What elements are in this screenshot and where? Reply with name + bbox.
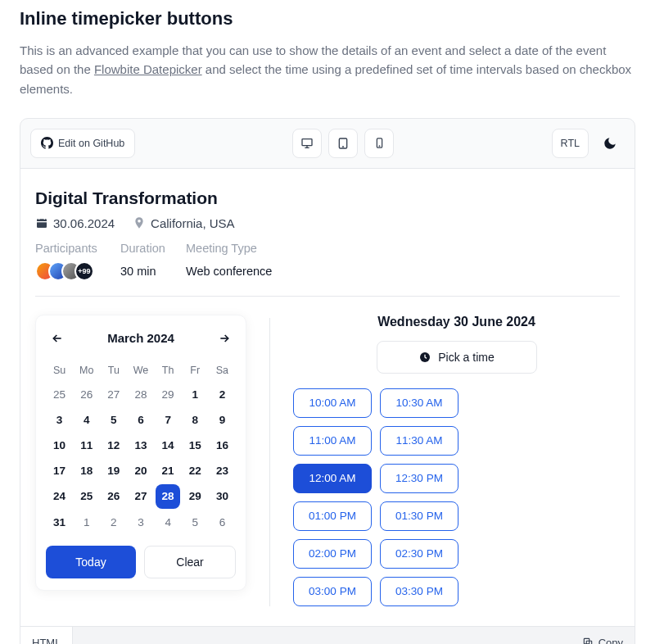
calendar-day[interactable]: 31 — [46, 510, 73, 534]
calendar-day[interactable]: 14 — [155, 433, 182, 457]
tablet-icon — [337, 137, 350, 150]
calendar-dow: Fr — [182, 360, 209, 381]
calendar-day[interactable]: 11 — [73, 433, 100, 457]
calendar-day[interactable]: 20 — [127, 459, 154, 483]
meta-headers: Participants Duration Meeting Type — [35, 242, 620, 255]
pick-time-label: Pick a time — [438, 351, 494, 364]
calendar-day[interactable]: 18 — [73, 459, 100, 483]
calendar-day[interactable]: 12 — [100, 433, 127, 457]
time-slot[interactable]: 10:30 AM — [380, 388, 458, 418]
time-slot[interactable]: 11:30 AM — [380, 426, 458, 456]
calendar-day[interactable]: 3 — [46, 408, 73, 432]
time-slot[interactable]: 02:30 PM — [380, 539, 458, 569]
meeting-type-header: Meeting Type — [186, 242, 257, 255]
calendar-day[interactable]: 30 — [209, 484, 236, 509]
calendar-day[interactable]: 17 — [46, 459, 73, 483]
calendar-day[interactable]: 28 — [127, 383, 154, 406]
calendar-day[interactable]: 7 — [155, 408, 182, 432]
calendar-day[interactable]: 26 — [100, 484, 127, 509]
code-tab-html[interactable]: HTML — [20, 627, 73, 644]
meta-values: +99 30 min Web conference — [35, 261, 620, 281]
calendar-day[interactable]: 5 — [100, 408, 127, 432]
participants-avatars: +99 — [35, 261, 104, 281]
section-intro: This is an advanced example that you can… — [20, 41, 635, 98]
calendar-day[interactable]: 6 — [127, 408, 154, 432]
calendar-day[interactable]: 15 — [182, 433, 209, 457]
time-slot[interactable]: 03:00 PM — [293, 577, 372, 606]
calendar-day[interactable]: 25 — [73, 484, 100, 509]
time-slot[interactable]: 01:00 PM — [293, 501, 372, 531]
svg-point-6 — [379, 146, 380, 147]
copy-icon — [582, 637, 594, 644]
time-slot[interactable]: 03:30 PM — [380, 577, 458, 606]
avatar-more-badge[interactable]: +99 — [75, 261, 94, 281]
mobile-preview-button[interactable] — [364, 129, 394, 158]
calendar: March 2024 SuMoTuWeThFrSa252627282912345… — [35, 315, 246, 591]
calendar-day[interactable]: 22 — [182, 459, 209, 483]
calendar-prev-button[interactable] — [46, 327, 69, 350]
calendar-today-button[interactable]: Today — [46, 546, 136, 578]
calendar-day[interactable]: 29 — [155, 383, 182, 406]
pick-time-button[interactable]: Pick a time — [377, 341, 537, 374]
calendar-day[interactable]: 13 — [127, 433, 154, 457]
calendar-day[interactable]: 27 — [127, 484, 154, 509]
duration-value: 30 min — [120, 265, 169, 278]
time-title: Wednesday 30 June 2024 — [293, 315, 620, 329]
device-preview-group — [142, 129, 544, 158]
calendar-day[interactable]: 10 — [46, 433, 73, 457]
rtl-toggle-button[interactable]: RTL — [552, 129, 589, 158]
edit-on-github-button[interactable]: Edit on GitHub — [30, 129, 135, 158]
moon-icon — [603, 136, 617, 151]
picker-row: March 2024 SuMoTuWeThFrSa252627282912345… — [35, 296, 620, 606]
time-slot[interactable]: 12:00 AM — [293, 464, 372, 493]
desktop-preview-button[interactable] — [292, 129, 322, 158]
calendar-day[interactable]: 2 — [209, 383, 236, 406]
copy-button[interactable]: Copy — [571, 627, 635, 644]
event-meta-row: 30.06.2024 California, USA — [35, 216, 620, 230]
time-slot[interactable]: 02:00 PM — [293, 539, 372, 569]
event-location-text: California, USA — [151, 216, 235, 230]
calendar-day[interactable]: 4 — [73, 408, 100, 432]
calendar-day[interactable]: 28 — [156, 484, 180, 509]
mobile-icon — [373, 137, 386, 149]
calendar-dow: We — [127, 360, 154, 381]
event-date: 30.06.2024 — [35, 216, 115, 230]
calendar-day[interactable]: 21 — [155, 459, 182, 483]
calendar-dow: Mo — [73, 360, 100, 381]
calendar-day[interactable]: 3 — [127, 510, 154, 534]
calendar-month-label[interactable]: March 2024 — [107, 331, 174, 345]
example-body: Digital Transformation 30.06.2024 Califo… — [20, 168, 635, 626]
time-slot[interactable]: 12:30 PM — [380, 464, 458, 493]
calendar-day[interactable]: 29 — [182, 484, 209, 509]
duration-header: Duration — [120, 242, 169, 255]
calendar-day[interactable]: 1 — [73, 510, 100, 534]
calendar-day[interactable]: 27 — [100, 383, 127, 406]
calendar-day[interactable]: 1 — [182, 383, 209, 406]
event-location: California, USA — [133, 216, 235, 230]
calendar-clear-button[interactable]: Clear — [144, 546, 236, 578]
time-slot[interactable]: 11:00 AM — [293, 426, 372, 456]
github-icon — [41, 137, 53, 149]
section-heading: Inline timepicker buttons — [20, 8, 635, 29]
calendar-day[interactable]: 19 — [100, 459, 127, 483]
clock-icon — [418, 351, 431, 364]
calendar-day[interactable]: 4 — [155, 510, 182, 534]
calendar-day[interactable]: 16 — [209, 433, 236, 457]
time-slot[interactable]: 10:00 AM — [293, 388, 372, 418]
dark-mode-button[interactable] — [595, 129, 625, 158]
time-slot[interactable]: 01:30 PM — [380, 501, 458, 531]
calendar-day[interactable]: 8 — [182, 408, 209, 432]
tablet-preview-button[interactable] — [328, 129, 358, 158]
calendar-day[interactable]: 6 — [209, 510, 236, 534]
meeting-type-value: Web conference — [186, 265, 272, 278]
calendar-day[interactable]: 25 — [46, 383, 73, 406]
calendar-day[interactable]: 5 — [182, 510, 209, 534]
calendar-day[interactable]: 23 — [209, 459, 236, 483]
datepicker-link[interactable]: Flowbite Datepicker — [94, 62, 202, 76]
calendar-day[interactable]: 2 — [100, 510, 127, 534]
calendar-next-button[interactable] — [213, 327, 236, 350]
calendar-grid: SuMoTuWeThFrSa25262728291234567891011121… — [46, 360, 236, 534]
calendar-day[interactable]: 26 — [73, 383, 100, 406]
calendar-day[interactable]: 9 — [209, 408, 236, 432]
calendar-day[interactable]: 24 — [46, 484, 73, 509]
